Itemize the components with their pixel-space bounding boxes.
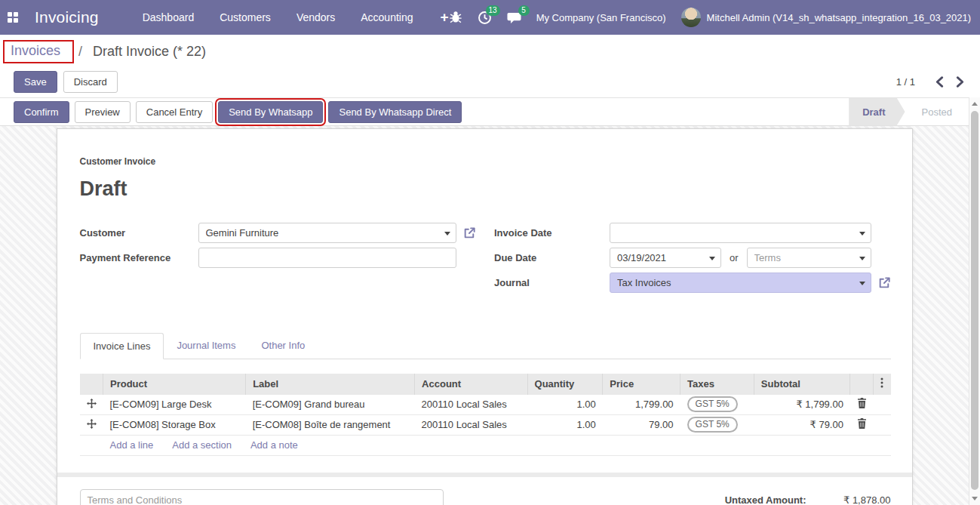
messages-icon[interactable]: 5: [507, 11, 521, 25]
line-subtotal-cell: ₹ 1,799.00: [754, 394, 850, 414]
cancel-entry-button[interactable]: Cancel Entry: [136, 101, 213, 123]
untaxed-amount-row: Untaxed Amount: ₹ 1,878.00: [661, 494, 891, 505]
invoice-line-row: [E-COM08] Storage Box [E-COM08] Boîte de…: [80, 414, 891, 435]
message-count-badge: 5: [518, 5, 530, 16]
delete-line-icon[interactable]: [857, 398, 867, 408]
customer-external-link-icon[interactable]: [463, 226, 476, 239]
payment-reference-label: Payment Reference: [80, 252, 198, 263]
company-switcher[interactable]: My Company (San Francisco): [536, 12, 666, 23]
send-by-whatsapp-direct-button[interactable]: Send By Whatsapp Direct: [328, 101, 462, 123]
journal-input[interactable]: [610, 273, 871, 293]
line-quantity-cell[interactable]: 1.00: [527, 394, 603, 414]
add-a-note-link[interactable]: Add a note: [250, 439, 298, 451]
account-column-header: Account: [415, 374, 527, 394]
line-price-cell[interactable]: 79.00: [603, 414, 680, 435]
customer-input[interactable]: [198, 223, 457, 243]
pager: 1 / 1: [896, 75, 966, 89]
line-price-cell[interactable]: 1,799.00: [603, 394, 680, 414]
price-column-header: Price: [603, 374, 680, 394]
line-label-cell[interactable]: [E-COM08] Boîte de rangement: [246, 414, 415, 435]
field-row-journal: Journal: [494, 272, 891, 294]
pager-next-button[interactable]: [954, 75, 966, 89]
discard-button[interactable]: Discard: [63, 71, 118, 93]
status-draft[interactable]: Draft: [849, 98, 905, 126]
scroll-up-arrow[interactable]: [969, 98, 980, 109]
user-name: Mitchell Admin (V14_sh_whatsapp_integrat…: [707, 12, 972, 23]
field-row-customer: Customer: [80, 222, 477, 244]
invoice-title: Draft: [80, 177, 891, 201]
main-menu: Dashboard Customers Vendors Accounting: [143, 11, 413, 23]
tax-badge: GST 5%: [687, 417, 738, 433]
debug-bug-icon[interactable]: [449, 11, 462, 24]
form-col-right: Invoice Date Due Date: [494, 222, 891, 297]
confirm-button[interactable]: Confirm: [14, 101, 69, 123]
scroll-down-arrow[interactable]: [969, 493, 980, 504]
delete-line-icon[interactable]: [857, 418, 867, 429]
payment-reference-input[interactable]: [198, 248, 457, 268]
trash-column-header: [850, 374, 874, 394]
customer-label: Customer: [80, 227, 198, 239]
annotation-box-invoices: Invoices: [3, 40, 74, 63]
invoice-date-input[interactable]: [610, 223, 871, 243]
optional-columns-icon[interactable]: [880, 377, 883, 388]
or-label: or: [730, 252, 739, 263]
handle-column-header: [80, 374, 103, 394]
payment-terms-input[interactable]: [747, 248, 871, 268]
status-pipeline: Draft Posted: [849, 98, 969, 126]
line-taxes-cell[interactable]: GST 5%: [680, 414, 754, 435]
menu-customers[interactable]: Customers: [220, 11, 271, 23]
tab-invoice-lines[interactable]: Invoice Lines: [80, 333, 164, 359]
tab-journal-items[interactable]: Journal Items: [164, 333, 248, 359]
quantity-column-header: Quantity: [527, 374, 603, 394]
preview-button[interactable]: Preview: [75, 101, 131, 123]
save-button[interactable]: Save: [14, 71, 57, 93]
scrollbar-thumb[interactable]: [971, 111, 978, 490]
activity-clock-icon[interactable]: 13: [478, 11, 492, 25]
due-date-input[interactable]: [610, 248, 721, 268]
menu-dashboard[interactable]: Dashboard: [143, 11, 195, 23]
status-posted[interactable]: Posted: [905, 98, 969, 126]
line-product-cell[interactable]: [E-COM09] Large Desk: [103, 394, 246, 414]
menu-accounting[interactable]: Accounting: [361, 11, 413, 23]
line-account-cell[interactable]: 200110 Local Sales: [415, 394, 527, 414]
line-account-cell[interactable]: 200110 Local Sales: [415, 414, 527, 435]
drag-handle-icon[interactable]: [87, 419, 97, 429]
breadcrumb-invoices-link[interactable]: Invoices: [11, 43, 60, 58]
invoice-line-row: [E-COM09] Large Desk [E-COM09] Grand bur…: [80, 394, 891, 414]
line-product-cell[interactable]: [E-COM08] Storage Box: [103, 414, 246, 435]
field-row-payment-reference: Payment Reference: [80, 247, 477, 269]
app-brand[interactable]: Invoicing: [35, 8, 99, 26]
untaxed-amount-value: ₹ 1,878.00: [806, 494, 891, 505]
table-footer-links-row: Add a line Add a section Add a note: [80, 435, 891, 455]
menu-vendors[interactable]: Vendors: [296, 11, 335, 23]
line-quantity-cell[interactable]: 1.00: [527, 414, 603, 435]
untaxed-amount-label: Untaxed Amount:: [661, 494, 806, 505]
breadcrumb: Invoices / Draft Invoice (* 22): [0, 35, 980, 66]
user-avatar: [681, 8, 701, 27]
invoice-lines-table: Product Label Account Quantity Price Tax…: [80, 374, 891, 456]
vertical-scrollbar: [969, 97, 980, 505]
tab-other-info[interactable]: Other Info: [248, 333, 318, 359]
journal-external-link-icon[interactable]: [878, 276, 891, 289]
line-taxes-cell[interactable]: GST 5%: [680, 394, 754, 414]
subtotal-column-header: Subtotal: [754, 374, 850, 394]
optional-columns-header: [874, 374, 891, 394]
add-a-section-link[interactable]: Add a section: [172, 439, 232, 451]
plus-icon[interactable]: +: [441, 9, 449, 26]
pager-previous-button[interactable]: [933, 75, 946, 89]
breadcrumb-current: Draft Invoice (* 22): [93, 44, 206, 60]
user-menu[interactable]: Mitchell Admin (V14_sh_whatsapp_integrat…: [681, 8, 972, 27]
send-by-whatsapp-button[interactable]: Send By Whatsapp: [218, 101, 323, 123]
apps-menu-icon[interactable]: [8, 5, 18, 30]
document-type-label: Customer Invoice: [80, 156, 891, 167]
drag-handle-icon[interactable]: [87, 399, 97, 408]
tax-badge: GST 5%: [687, 396, 738, 412]
form-fields: Customer: [80, 222, 891, 297]
app-window: Invoicing Dashboard Customers Vendors Ac…: [0, 0, 980, 505]
add-a-line-link[interactable]: Add a line: [110, 439, 154, 451]
line-label-cell[interactable]: [E-COM09] Grand bureau: [246, 394, 415, 414]
invoice-sheet: Customer Invoice Draft Customer: [57, 128, 913, 505]
field-row-invoice-date: Invoice Date: [494, 222, 891, 244]
pager-count: 1 / 1: [896, 76, 915, 88]
terms-and-conditions-textarea[interactable]: [80, 489, 444, 505]
